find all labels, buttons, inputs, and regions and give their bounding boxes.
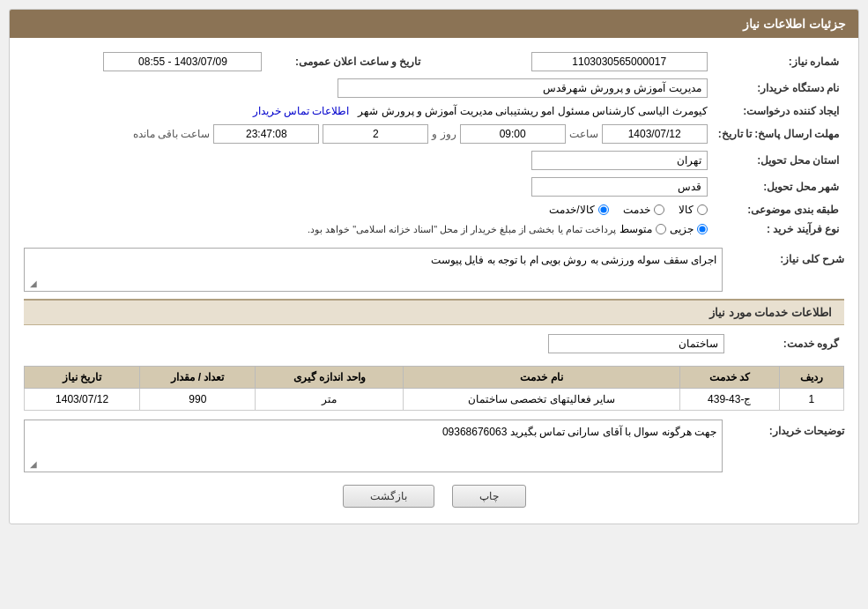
shahr-label: شهر محل تحویل: [713,174,844,200]
shahr-value: قدس [24,174,713,200]
gorooh-value: ساختمان [24,330,730,357]
ostan-input: تهران [531,151,708,170]
tarikh-elan-value: 1403/07/09 - 08:55 [24,48,267,75]
ostan-value: تهران [24,147,713,174]
table-cell: متر [256,389,404,411]
sharh-label: شرح کلی نیاز: [730,248,844,265]
radio-kala-label: کالا [679,204,694,216]
radio-kala-khadamat-input[interactable] [598,204,609,215]
tarikh-elan-input: 1403/07/09 - 08:55 [103,52,262,71]
tabaqe-label: طبقه بندی موضوعی: [713,200,844,219]
radio-kala-input[interactable] [697,204,708,215]
mohlet-label: مهلت ارسال پاسخ: تا تاریخ: [713,121,844,147]
table-cell: 990 [140,389,256,411]
shomara-niaz-input: 1103030565000017 [531,52,708,71]
resize-handle: ◢ [26,279,37,289]
sharh-box: اجرای سقف سوله ورزشی به روش بویی ام با ت… [24,248,723,292]
radio-khadamat-label: خدمت [623,204,650,216]
page-wrapper: جزئیات اطلاعات نیاز شماره نیاز: 11030305… [0,0,868,609]
radio-jozyi-input[interactable] [697,224,708,234]
shomara-niaz-label: شماره نیاز: [713,48,844,75]
nam-dastgah-input: مدیریت آموزش و پرورش شهرقدس [338,78,708,98]
table-cell: سایر فعالیتهای تخصصی ساختمان [404,389,679,411]
radio-motawaset-input[interactable] [656,224,666,234]
nooe-row: جزیی متوسط پرداخت تمام یا بخشی از مبلغ خ… [24,219,713,239]
card-body: شماره نیاز: 1103030565000017 تاریخ و ساع… [10,38,858,524]
gorooh-label: گروه خدمت: [730,330,844,357]
radio-motawaset[interactable]: متوسط [619,223,666,235]
col-tedad: تعداد / مقدار [140,367,256,389]
rooz-label: روز و [432,128,456,140]
top-info-table: شماره نیاز: 1103030565000017 تاریخ و ساع… [24,48,844,239]
towzih-container: جهت هرگونه سوال با آقای سارانی تماس بگیر… [24,420,723,472]
sharh-text: اجرای سقف سوله ورزشی به روش بویی ام با ت… [431,254,716,266]
nam-dastgah-label: نام دستگاه خریدار: [713,75,844,101]
table-cell: 1 [779,389,843,411]
buttons-row: چاپ بازگشت [24,485,844,508]
radio-kala[interactable]: کالا [679,204,708,216]
shomara-niaz-value: 1103030565000017 [443,48,712,75]
radio-jozyi[interactable]: جزیی [670,223,708,235]
mohlet-row: 1403/07/12 ساعت 09:00 روز و 2 23:47:08 س… [24,121,713,147]
gorooh-table: گروه خدمت: ساختمان [24,330,844,357]
col-name: نام خدمت [404,367,679,389]
page-title: جزئیات اطلاعات نیاز [743,17,846,31]
sharh-section: شرح کلی نیاز: اجرای سقف سوله ورزشی به رو… [24,248,844,292]
section-khadamat-title: اطلاعات خدمات مورد نیاز [24,299,844,325]
table-cell: 1403/07/12 [25,389,140,411]
saat-label: ساعت [569,128,598,140]
col-code: کد خدمت [679,367,779,389]
radio-motawaset-label: متوسط [619,223,652,235]
towzih-section: توضیحات خریدار: جهت هرگونه سوال با آقای … [24,420,844,472]
gorooh-input: ساختمان [548,334,724,353]
towzih-label: توضیحات خریدار: [730,420,844,437]
back-button[interactable]: بازگشت [343,485,434,508]
col-radif: ردیف [779,367,843,389]
radio-khadamat-input[interactable] [654,204,664,215]
ostan-label: استان محل تحویل: [713,147,844,174]
radio-kala-khadamat-label: کالا/خدمت [549,204,594,216]
col-tarikh: تاریخ نیاز [25,367,140,389]
rooz-input: 2 [323,124,428,144]
radio-khadamat[interactable]: خدمت [623,204,664,216]
radio-jozyi-label: جزیی [670,223,694,235]
sharh-container: اجرای سقف سوله ورزشی به روش بویی ام با ت… [24,248,723,292]
ijad-konande-text: کیومرث الیاسی کارشناس مسئول امو ریشتیبان… [358,105,707,117]
baqi-input: 23:47:08 [213,124,319,144]
shahr-input: قدس [531,177,708,197]
tabaqe-row: کالا خدمت کالا/خدمت [24,200,713,219]
col-unit: واحد اندازه گیری [256,367,404,389]
towzih-box: جهت هرگونه سوال با آقای سارانی تماس بگیر… [24,420,723,472]
baqi-label: ساعت باقی مانده [133,128,211,140]
print-button[interactable]: چاپ [452,485,526,508]
ijad-konande-link[interactable]: اطلاعات تماس خریدار [253,105,350,117]
ijad-konande-label: ایجاد کننده درخواست: [713,101,844,121]
nam-dastgah-value: مدیریت آموزش و پرورش شهرقدس [24,75,713,101]
tarikh-input: 1403/07/12 [602,124,708,144]
table-cell: ج-43-439 [679,389,779,411]
table-row: 1ج-43-439سایر فعالیتهای تخصصی ساختمانمتر… [25,389,844,411]
services-table: ردیف کد خدمت نام خدمت واحد اندازه گیری ت… [24,366,844,411]
nooe-label: نوع فرآیند خرید : [713,219,844,239]
towzih-text: جهت هرگونه سوال با آقای سارانی تماس بگیر… [442,426,716,438]
tarikh-elan-label: تاریخ و ساعت اعلان عمومی: [267,48,426,75]
card-header: جزئیات اطلاعات نیاز [10,10,858,38]
main-card: جزئیات اطلاعات نیاز شماره نیاز: 11030305… [9,9,859,524]
saat-input: 09:00 [460,124,566,144]
nooe-description: پرداخت تمام یا بخشی از مبلغ خریدار از مح… [308,224,616,235]
radio-kala-khadamat[interactable]: کالا/خدمت [549,204,608,216]
towzih-resize-handle: ◢ [26,459,37,470]
ijad-konande-value: کیومرث الیاسی کارشناس مسئول امو ریشتیبان… [24,101,713,121]
